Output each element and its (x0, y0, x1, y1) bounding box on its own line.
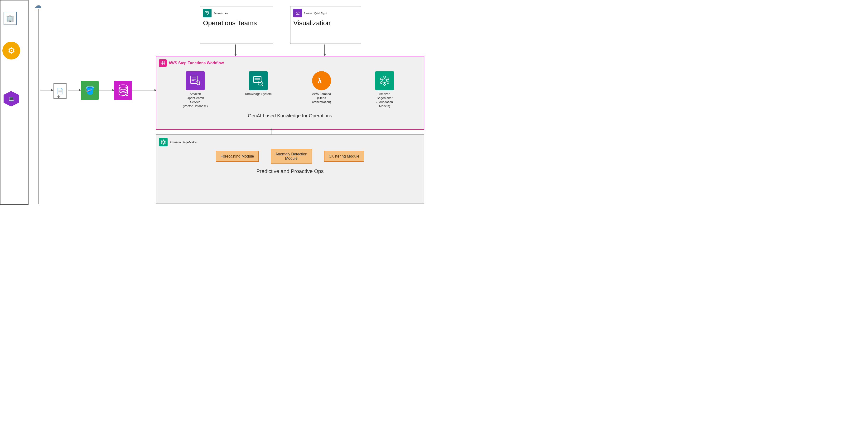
svg-point-44 (163, 140, 164, 141)
arrow-lex-down (235, 45, 236, 56)
lambda-icon: λ (312, 71, 331, 90)
svg-point-22 (196, 81, 200, 84)
lex-service-label: Amazon Lex (213, 12, 228, 15)
hex-icon: 💻 (4, 91, 19, 107)
sagemaker-box: Amazon SageMaker Forecasting Module Anom… (156, 135, 424, 203)
svg-point-48 (161, 143, 162, 143)
cloud-icon: ☁ (34, 1, 41, 9)
sf-title: AWS Step Functions Workflow (168, 61, 224, 65)
svg-point-31 (383, 76, 385, 78)
vertical-line (38, 9, 39, 204)
quicksight-icon (293, 9, 302, 18)
svg-rect-15 (163, 61, 165, 63)
knowledge-service: Knowledge System (235, 71, 282, 96)
opensearch-service: AmazonOpenSearchService(Vector Database) (172, 71, 219, 108)
svg-point-43 (162, 141, 164, 143)
arrow-s3-db (99, 90, 114, 90)
clustering-module: Clustering Module (324, 151, 364, 162)
arrow-doc-s3 (68, 90, 81, 90)
arrow-to-doc (40, 90, 53, 90)
clustering-module-label: Clustering Module (329, 154, 360, 158)
step-functions-box: AWS Step Functions Workflow AmazonOpenSe… (156, 56, 424, 130)
quicksight-box: Amazon QuickSight Visualization (290, 6, 361, 44)
anomaly-detection-module: Anomaly DetectionModule (271, 149, 312, 164)
svg-rect-10 (205, 11, 209, 14)
svg-point-30 (383, 79, 386, 83)
svg-point-33 (387, 82, 389, 84)
svg-point-49 (161, 141, 162, 142)
svg-point-34 (383, 84, 385, 85)
sf-bottom-label: GenAI-based Knowledge for Operations (159, 113, 421, 118)
sf-icon (159, 59, 166, 67)
sm-icon (159, 138, 167, 146)
anomaly-module-label: Anomaly DetectionModule (276, 152, 307, 160)
sm-modules: Forecasting Module Anomaly DetectionModu… (159, 149, 421, 164)
lex-icon (203, 9, 212, 18)
svg-point-35 (380, 82, 382, 84)
sagemaker-fm-icon (375, 71, 394, 90)
svg-line-23 (199, 84, 200, 85)
lambda-label: AWS Lambda(Stepsorchestration) (312, 92, 331, 104)
arrow-db-workflow (132, 90, 156, 90)
forecasting-module: Forecasting Module (216, 151, 259, 162)
sm-service-label: Amazon SageMaker (169, 140, 197, 144)
svg-point-46 (164, 143, 165, 143)
opensearch-icon (186, 71, 205, 90)
opensearch-label: AmazonOpenSearchService(Vector Database) (183, 92, 208, 108)
gear-yellow-icon: ⚙ (2, 41, 20, 59)
building-icon: 🏢 (4, 12, 17, 25)
knowledge-icon (249, 71, 268, 90)
svg-point-36 (380, 78, 382, 80)
sf-services: AmazonOpenSearchService(Vector Database)… (159, 69, 421, 111)
arrow-qs-down (324, 45, 325, 56)
svg-rect-17 (163, 63, 165, 65)
diagram-container: 🏢 ⚙ 💻 ☁ 📄 ⚙ 🪣 (0, 0, 434, 210)
svg-rect-16 (161, 63, 162, 65)
svg-point-45 (164, 141, 165, 142)
lex-box: Amazon Lex Operations Teams (200, 6, 273, 44)
sf-header: AWS Step Functions Workflow (159, 59, 421, 67)
sm-header: Amazon SageMaker (159, 138, 421, 146)
svg-point-0 (119, 85, 127, 88)
database-icon (114, 81, 132, 100)
sagemaker-fm-service: AmazonSageMaker(FoundationModels) (361, 71, 408, 108)
svg-text:λ: λ (317, 76, 322, 85)
quicksight-service-label: Amazon QuickSight (304, 12, 327, 15)
svg-point-32 (387, 78, 389, 80)
svg-point-47 (163, 143, 164, 144)
doc-gear-icon: ⚙ (57, 95, 60, 99)
svg-rect-14 (161, 61, 162, 63)
lex-main-label: Operations Teams (203, 19, 270, 27)
sm-bottom-label: Predictive and Proactive Ops (159, 168, 421, 174)
forecasting-module-label: Forecasting Module (221, 154, 254, 158)
svg-rect-18 (191, 76, 197, 84)
hex-purple-container: 💻 (3, 90, 20, 107)
sagemaker-fm-label: AmazonSageMaker(FoundationModels) (376, 92, 393, 108)
lambda-service: λ AWS Lambda(Stepsorchestration) (298, 71, 345, 104)
quicksight-main-label: Visualization (293, 19, 358, 27)
svg-line-28 (262, 84, 263, 86)
knowledge-label: Knowledge System (245, 92, 272, 96)
s3-bucket-icon: 🪣 (81, 81, 99, 100)
